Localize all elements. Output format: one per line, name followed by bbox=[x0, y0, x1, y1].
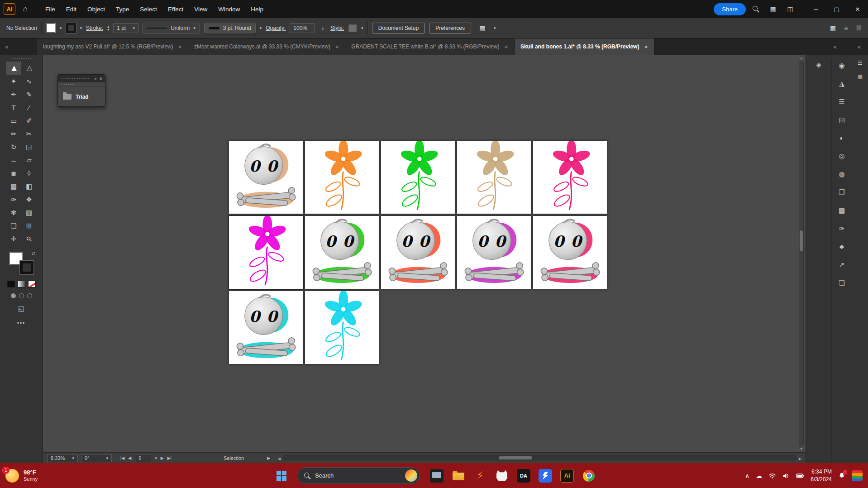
menu-object[interactable]: Object bbox=[82, 3, 110, 15]
artboard-caret-icon[interactable] bbox=[155, 456, 157, 460]
tab-close-icon[interactable]: ✕ bbox=[178, 44, 182, 49]
taskbar-app-monitor[interactable] bbox=[430, 469, 444, 483]
dock-grid-icon[interactable]: ▦ bbox=[854, 72, 867, 81]
fill-color-swatch[interactable] bbox=[46, 23, 56, 33]
rotation-select[interactable]: 0° bbox=[81, 454, 112, 462]
stroke-weight-stepper[interactable] bbox=[107, 25, 109, 31]
close-button[interactable]: ✕ bbox=[847, 0, 868, 18]
artboard-5[interactable] bbox=[533, 141, 607, 214]
artboard-9[interactable]: 0 0 bbox=[457, 216, 531, 289]
canvas[interactable]: » ✕ Triad 0 0 bbox=[43, 55, 806, 463]
opacity-options-icon[interactable] bbox=[319, 24, 326, 32]
gradient-button[interactable] bbox=[18, 281, 25, 287]
search-highlight-icon[interactable] bbox=[405, 469, 417, 482]
taskbar-search[interactable]: Search bbox=[297, 467, 420, 484]
menu-window[interactable]: Window bbox=[213, 3, 245, 15]
style-label[interactable]: Style: bbox=[330, 25, 344, 31]
selection-tool[interactable]: ▶ bbox=[6, 62, 21, 75]
dock-collapse-icon[interactable]: « bbox=[834, 43, 837, 50]
search-icon[interactable] bbox=[749, 2, 763, 16]
share-button[interactable]: Share bbox=[714, 3, 746, 15]
onedrive-cloud-icon[interactable]: ☁ bbox=[756, 472, 762, 479]
document-tab[interactable]: zMost wanted Colorways.ai @ 33.33 % (CMY… bbox=[188, 38, 345, 55]
blend-tool[interactable]: ❖ bbox=[21, 193, 37, 206]
asset-export-panel-icon[interactable]: ▦ bbox=[835, 205, 849, 216]
zoom-tool[interactable]: ⚲ bbox=[21, 232, 37, 245]
document-tab[interactable]: GRADENT SCALE TEE white B.ai* @ 8.33 % (… bbox=[345, 38, 515, 55]
scroll-right-icon[interactable] bbox=[799, 455, 801, 461]
taskbar-app-file-explorer[interactable] bbox=[452, 469, 465, 483]
panel-collapse-icon[interactable]: » bbox=[94, 77, 96, 81]
magic-wand-tool[interactable]: ✦ bbox=[6, 75, 21, 88]
color-button[interactable] bbox=[7, 281, 15, 287]
brush-definition-select[interactable]: 3 pt. Round bbox=[204, 23, 256, 33]
free-transform-tool[interactable]: ▱ bbox=[21, 153, 37, 167]
dock-menu-icon[interactable]: ☰ bbox=[854, 59, 867, 67]
battery-icon[interactable] bbox=[796, 473, 804, 478]
folder-icon[interactable] bbox=[63, 94, 72, 100]
menu-file[interactable]: File bbox=[40, 3, 61, 15]
color-panel-icon[interactable]: ◉ bbox=[835, 60, 849, 71]
opacity-field[interactable]: 100% bbox=[290, 23, 315, 33]
color-guide-panel-icon[interactable]: ◮ bbox=[835, 78, 849, 89]
export-panel-icon[interactable]: ↗ bbox=[835, 259, 849, 270]
arrange-documents-icon[interactable]: ▦ bbox=[766, 2, 780, 16]
transparency-panel-icon[interactable]: ◐ bbox=[835, 132, 849, 144]
control-menu-icon[interactable]: ☰ bbox=[856, 24, 862, 32]
style-caret-icon[interactable] bbox=[361, 26, 363, 30]
vertical-scrollbar-track[interactable] bbox=[799, 61, 804, 446]
start-button[interactable] bbox=[272, 466, 291, 485]
tab-close-icon[interactable]: ✕ bbox=[644, 44, 648, 49]
panel-tab-grip[interactable] bbox=[58, 82, 105, 87]
vertical-scrollbar-thumb[interactable] bbox=[800, 230, 803, 251]
next-artboard-icon[interactable] bbox=[161, 456, 164, 460]
column-graph-tool[interactable]: ▥ bbox=[21, 206, 37, 219]
artboard-11[interactable]: 0 0 bbox=[229, 291, 303, 364]
width-profile-select[interactable]: Uniform bbox=[143, 23, 200, 33]
illustrator-app-icon[interactable]: Ai bbox=[4, 3, 15, 15]
draw-normal-button[interactable] bbox=[11, 293, 16, 298]
stroke-proxy[interactable] bbox=[20, 261, 33, 274]
layers-panel-icon[interactable]: ❐ bbox=[835, 187, 849, 198]
fill-caret-icon[interactable] bbox=[60, 26, 62, 30]
appearance-panel-icon[interactable]: ◍ bbox=[835, 168, 849, 180]
perspective-grid-tool[interactable]: ◊ bbox=[21, 167, 37, 180]
stroke-caret-icon[interactable] bbox=[80, 26, 82, 30]
gradient-panel-icon[interactable]: ▤ bbox=[835, 114, 849, 125]
wifi-icon[interactable] bbox=[768, 473, 776, 479]
taskbar-clock[interactable]: 6:34 PM 6/3/2024 bbox=[811, 468, 832, 483]
curvature-tool[interactable]: ✎ bbox=[21, 88, 37, 101]
artboard-8[interactable]: 0 0 bbox=[381, 216, 455, 289]
taskbar-app-da[interactable]: DA bbox=[517, 469, 530, 483]
notifications-bell-icon[interactable] bbox=[838, 472, 845, 479]
line-segment-tool[interactable]: ∕ bbox=[21, 101, 37, 114]
tab-scroll-left-icon[interactable]: « bbox=[0, 38, 14, 55]
opacity-label[interactable]: Opacity: bbox=[266, 25, 286, 31]
stroke-weight-select[interactable]: 1 pt bbox=[113, 23, 138, 33]
maximize-button[interactable]: ▢ bbox=[826, 0, 847, 18]
artboards-panel-icon[interactable]: ❏ bbox=[835, 277, 849, 288]
artboard-1[interactable]: 0 0 bbox=[229, 141, 303, 214]
panel-toggle-icon[interactable]: ◫ bbox=[783, 2, 797, 16]
document-tab[interactable]: Skull and bones 1.ai* @ 8.33 % (RGB/Prev… bbox=[515, 38, 654, 55]
draw-inside-button[interactable] bbox=[27, 293, 32, 298]
zoom-select[interactable]: 8.33% bbox=[47, 454, 78, 462]
horizontal-scrollbar-track[interactable] bbox=[283, 455, 796, 460]
tab-close-icon[interactable]: ✕ bbox=[335, 44, 339, 49]
scissors-tool[interactable]: ✂ bbox=[21, 127, 37, 140]
brush-caret-icon[interactable] bbox=[260, 26, 262, 30]
vertical-scrollbar[interactable] bbox=[798, 57, 804, 450]
draw-behind-button[interactable] bbox=[19, 293, 24, 298]
weather-widget[interactable]: 1 98°F Sunny bbox=[5, 469, 38, 483]
menu-type[interactable]: Type bbox=[110, 3, 134, 15]
triad-panel-header[interactable]: » ✕ bbox=[58, 75, 105, 82]
width-tool[interactable]: ↔ bbox=[6, 153, 21, 167]
tray-app-icon[interactable] bbox=[852, 470, 863, 481]
graph-options-icon[interactable]: ▦ bbox=[475, 21, 490, 35]
pencil-tool[interactable]: ✏ bbox=[6, 127, 21, 140]
taskbar-app-bolt[interactable]: ⚡ bbox=[473, 469, 487, 483]
symbols-panel-icon[interactable]: ♣ bbox=[835, 241, 849, 252]
slice-tool[interactable]: ⊞ bbox=[21, 219, 37, 232]
3d-materials-panel-icon[interactable]: ◈ bbox=[812, 59, 825, 70]
brushes-panel-icon[interactable]: ✑ bbox=[835, 223, 849, 234]
